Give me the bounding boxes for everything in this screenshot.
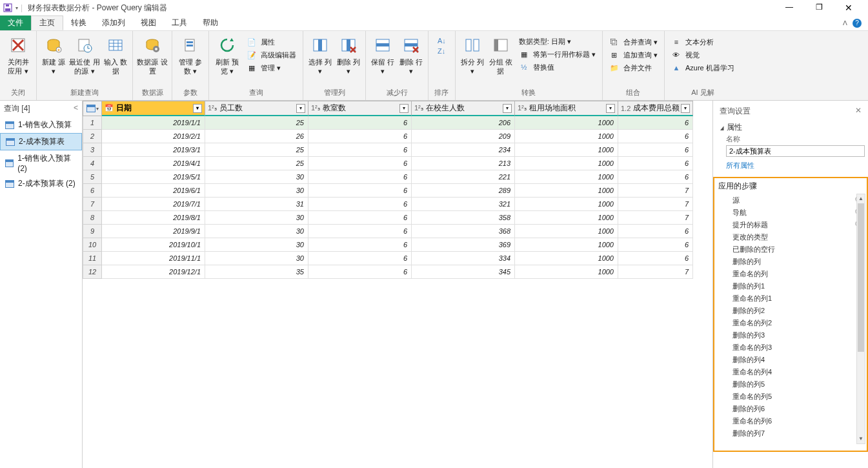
cell[interactable]: 7 [618,211,693,225]
cell[interactable]: 1000 [515,157,618,170]
applied-step-item[interactable]: 已删除的空行 [718,243,863,256]
column-filter-icon[interactable]: ▾ [681,104,690,113]
cell[interactable]: 6 [308,143,412,157]
cell[interactable]: 6 [308,238,412,252]
table-row[interactable]: 72019/7/131632110007 [83,198,712,211]
applied-step-item[interactable]: 源⚙ [718,194,863,207]
cell[interactable]: 7 [618,265,693,279]
applied-step-item[interactable]: 删除的列6 [718,403,863,415]
applied-step-item[interactable]: 删除的列 [718,256,863,268]
close-apply-button[interactable]: 关闭并 应用 ▾ [4,34,32,76]
scroll-thumb[interactable] [858,203,864,352]
close-button[interactable]: ✕ [843,3,854,13]
column-filter-icon[interactable]: ▾ [503,104,512,113]
cell[interactable]: 289 [412,184,515,198]
column-type-icon[interactable]: 📅 [105,104,114,112]
cell[interactable]: 6 [618,157,693,170]
cell[interactable]: 1000 [515,225,618,238]
cell[interactable]: 234 [412,143,515,157]
minimize-button[interactable]: — [784,3,794,13]
tab-help[interactable]: 帮助 [195,15,226,30]
applied-step-item[interactable]: 重命名的列5 [718,391,863,403]
cell[interactable]: 6 [308,225,412,238]
cell[interactable]: 30 [205,170,308,184]
group-by-button[interactable]: 分组 依据 [488,34,514,76]
row-number[interactable]: 10 [83,238,102,252]
cell[interactable]: 2019/5/1 [102,170,205,184]
choose-columns-button[interactable]: 选择 列 ▾ [307,34,333,76]
table-icon[interactable]: ▾ [83,101,102,116]
column-type-icon[interactable]: 1²₃ [311,104,320,112]
query-name-input[interactable] [726,145,865,157]
append-queries-button[interactable]: ⊞追加查询 ▾ [607,49,660,61]
all-properties-link[interactable]: 所有属性 [720,157,754,170]
cell[interactable]: 30 [205,225,308,238]
column-filter-icon[interactable]: ▾ [193,104,202,113]
tab-add-column[interactable]: 添加列 [94,15,133,30]
cell[interactable]: 6 [618,116,693,130]
collapse-ribbon-icon[interactable]: ᐱ [843,19,847,26]
cell[interactable]: 6 [618,143,693,157]
cell[interactable]: 1000 [515,184,618,198]
save-icon[interactable] [3,3,13,13]
applied-step-item[interactable]: 重命名的列3 [718,341,863,354]
applied-step-item[interactable]: 删除的列2 [718,305,863,317]
tab-transform[interactable]: 转换 [63,15,94,30]
column-type-icon[interactable]: 1.2 [621,105,631,112]
new-source-button[interactable]: ✦ 新建 源 ▾ [41,34,66,76]
table-row[interactable]: 112019/11/130633410006 [83,252,712,265]
cell[interactable]: 6 [308,211,412,225]
queries-pane-collapse-icon[interactable]: < [74,103,78,114]
cell[interactable]: 6 [308,170,412,184]
row-number[interactable]: 3 [83,143,102,157]
column-header[interactable]: 1²₃员工数▾ [205,101,308,116]
row-number[interactable]: 9 [83,225,102,238]
cell[interactable]: 334 [412,252,515,265]
cell[interactable]: 209 [412,130,515,143]
row-number[interactable]: 8 [83,211,102,225]
keep-rows-button[interactable]: 保留 行 ▾ [370,34,396,76]
query-item[interactable]: 2-成本预算表 (2) [0,176,82,192]
cell[interactable]: 31 [205,198,308,211]
maximize-button[interactable]: ❐ [814,3,824,13]
split-column-button[interactable]: 拆分 列 ▾ [459,34,485,76]
tab-tools[interactable]: 工具 [164,15,195,30]
table-row[interactable]: 82019/8/130635810007 [83,211,712,225]
cell[interactable]: 7 [618,184,693,198]
cell[interactable]: 6 [308,265,412,279]
query-settings-close-icon[interactable]: ✕ [855,106,862,117]
table-row[interactable]: 102019/10/130636910006 [83,238,712,252]
cell[interactable]: 1000 [515,198,618,211]
properties-button[interactable]: 📄属性 [244,36,299,48]
row-number[interactable]: 2 [83,130,102,143]
applied-step-item[interactable]: 重命名的列 [718,268,863,280]
cell[interactable]: 1000 [515,238,618,252]
cell[interactable]: 221 [412,170,515,184]
cell[interactable]: 6 [618,130,693,143]
column-header[interactable]: 1.2成本费用总额▾ [618,101,693,116]
row-number[interactable]: 11 [83,252,102,265]
cell[interactable]: 2019/4/1 [102,157,205,170]
cell[interactable]: 26 [205,130,308,143]
column-header[interactable]: 1²₃教室数▾ [308,101,412,116]
applied-step-item[interactable]: 删除的列4 [718,354,863,366]
row-number[interactable]: 5 [83,170,102,184]
data-type-button[interactable]: 数据类型: 日期 ▾ [516,36,598,47]
applied-step-item[interactable]: 重命名的列2 [718,317,863,329]
row-number[interactable]: 12 [83,265,102,279]
steps-scrollbar[interactable]: ▲ ▼ [856,194,865,444]
row-number[interactable]: 7 [83,198,102,211]
cell[interactable]: 2019/3/1 [102,143,205,157]
sort-asc-button[interactable]: A↓ [435,36,449,45]
cell[interactable]: 206 [412,116,515,130]
applied-step-item[interactable]: 删除的列5 [718,378,863,391]
applied-step-item[interactable]: 提升的标题⚙ [718,219,863,231]
column-header[interactable]: 📅日期▾ [102,101,205,116]
table-row[interactable]: 62019/6/130628910007 [83,184,712,198]
applied-step-item[interactable]: 更改的类型 [718,231,863,243]
cell[interactable]: 1000 [515,130,618,143]
cell[interactable]: 6 [308,252,412,265]
cell[interactable]: 2019/1/1 [102,116,205,130]
cell[interactable]: 25 [205,157,308,170]
applied-step-item[interactable]: 删除的列7 [718,427,863,440]
